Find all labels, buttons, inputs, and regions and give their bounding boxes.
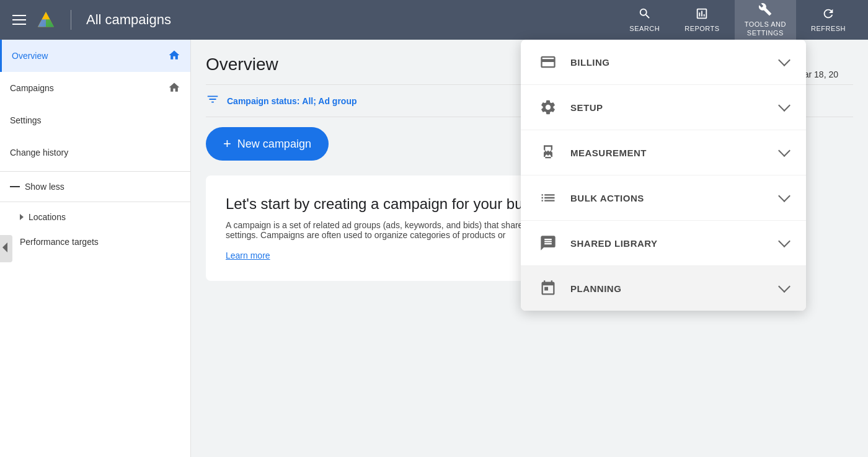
sidebar-item-performance-targets[interactable]: Performance targets [0, 229, 190, 254]
dropdown-item-setup[interactable]: SETUP [521, 85, 806, 130]
sidebar-item-campaigns-left: Campaigns [10, 83, 54, 93]
bulk-actions-label: BULK ACTIONS [570, 193, 644, 203]
billing-icon [538, 52, 558, 72]
refresh-action[interactable]: REFRESH [801, 2, 856, 38]
logo [36, 10, 56, 30]
search-action[interactable]: SEARCH [619, 2, 670, 38]
filter-suffix: ; Ad group [313, 96, 356, 106]
minus-icon [10, 186, 20, 187]
overview-label: Overview [12, 51, 48, 61]
filter-text: Campaign status: All; Ad group [227, 96, 357, 106]
sidebar-item-campaigns[interactable]: Campaigns [0, 72, 190, 104]
learn-more-link[interactable]: Learn more [226, 251, 270, 260]
setup-icon [538, 97, 558, 117]
tools-action[interactable]: TOOLS AND SETTINGS [735, 0, 796, 42]
search-icon [638, 7, 652, 22]
show-less-label: Show less [25, 182, 64, 192]
sidebar-show-less[interactable]: Show less [0, 174, 190, 199]
bulk-left: BULK ACTIONS [538, 188, 644, 208]
nav-left: All campaigns [12, 10, 619, 30]
top-navigation: All campaigns SEARCH REPORTS TOOLS AND S… [0, 0, 868, 40]
setup-label: SETUP [570, 102, 603, 113]
setup-chevron [778, 99, 790, 112]
shared-library-chevron [778, 235, 790, 247]
hamburger-menu[interactable] [12, 15, 26, 25]
measurement-icon [538, 143, 558, 162]
dropdown-item-billing[interactable]: BILLING [521, 40, 806, 85]
tools-label: TOOLS AND SETTINGS [745, 20, 786, 37]
measurement-label: MEASUREMENT [570, 148, 647, 158]
dropdown-item-planning[interactable]: PLANNING [521, 266, 806, 311]
reports-icon [695, 7, 709, 22]
bulk-actions-chevron [778, 190, 790, 202]
dropdown-item-shared-library[interactable]: SHARED LIBRARY [521, 221, 806, 266]
refresh-label: REFRESH [811, 25, 846, 33]
overview-home-icon [168, 49, 180, 63]
search-label: SEARCH [629, 25, 660, 33]
new-campaign-label: New campaign [237, 138, 311, 151]
filter-value-all: All [302, 96, 313, 106]
google-ads-logo [36, 10, 56, 30]
setup-left: SETUP [538, 97, 603, 117]
reports-action[interactable]: REPORTS [675, 2, 729, 38]
plus-icon: + [223, 136, 231, 152]
page-title: All campaigns [86, 12, 171, 28]
reports-label: REPORTS [684, 25, 719, 33]
sidebar-item-settings[interactable]: Settings [0, 104, 190, 136]
nav-right: SEARCH REPORTS TOOLS AND SETTINGS REFRES… [619, 0, 856, 42]
filter-icon [206, 92, 219, 109]
planning-chevron [778, 280, 790, 293]
planning-left: PLANNING [538, 278, 621, 298]
sidebar-item-overview-left: Overview [12, 51, 48, 61]
shared-library-left: SHARED LIBRARY [538, 233, 658, 253]
measurement-chevron [778, 144, 790, 157]
refresh-icon [822, 7, 835, 22]
sidebar-item-overview[interactable]: Overview [0, 40, 190, 72]
shared-library-label: SHARED LIBRARY [570, 238, 658, 249]
performance-targets-label: Performance targets [20, 237, 99, 247]
expand-icon [20, 214, 24, 220]
billing-chevron [778, 54, 790, 66]
sidebar-collapse-btn[interactable] [0, 235, 12, 262]
sidebar-divider [0, 171, 190, 172]
sidebar-item-change-history[interactable]: Change history [0, 136, 190, 169]
change-history-label: Change history [10, 148, 68, 158]
tools-icon [758, 2, 772, 18]
tools-dropdown-menu: BILLING SETUP MEASUREMENT BULK ACTIONS [521, 40, 806, 311]
planning-label: PLANNING [570, 283, 621, 294]
bulk-actions-icon [538, 188, 558, 208]
sidebar: Overview Campaigns Settings Change histo… [0, 40, 191, 457]
planning-icon [538, 278, 558, 298]
sidebar-divider-2 [0, 202, 190, 202]
dropdown-item-bulk-actions[interactable]: BULK ACTIONS [521, 175, 806, 221]
billing-left: BILLING [538, 52, 610, 72]
filter-label: Campaign status: [227, 96, 302, 106]
shared-library-icon [538, 233, 558, 253]
new-campaign-button[interactable]: + New campaign [206, 127, 329, 161]
locations-label: Locations [29, 212, 66, 222]
settings-label: Settings [10, 115, 42, 125]
svg-marker-4 [42, 12, 50, 19]
campaigns-home-icon [168, 81, 180, 95]
campaigns-label: Campaigns [10, 83, 54, 93]
nav-divider [71, 10, 71, 30]
measurement-left: MEASUREMENT [538, 143, 647, 162]
billing-label: BILLING [570, 57, 610, 68]
sidebar-item-locations[interactable]: Locations [0, 205, 190, 229]
dropdown-item-measurement[interactable]: MEASUREMENT [521, 130, 806, 175]
